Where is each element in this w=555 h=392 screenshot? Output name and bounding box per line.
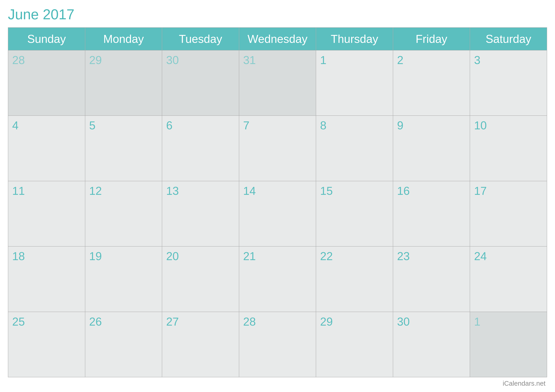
- day-number: 5: [89, 119, 95, 132]
- page-title: June 2017: [8, 6, 547, 23]
- calendar-cell[interactable]: 5: [85, 116, 162, 181]
- day-number: 28: [12, 54, 25, 66]
- calendar-cell[interactable]: 11: [8, 181, 85, 246]
- day-number: 30: [166, 54, 179, 66]
- day-number: 17: [474, 185, 487, 197]
- day-number: 7: [243, 119, 249, 132]
- calendar-cell[interactable]: 13: [162, 181, 239, 246]
- footer-text: iCalendars.net: [8, 380, 547, 387]
- calendar-row-1: 45678910: [8, 116, 547, 181]
- day-number: 25: [12, 315, 25, 328]
- day-number: 14: [243, 185, 256, 197]
- day-number: 9: [397, 119, 403, 132]
- day-number: 3: [474, 54, 480, 66]
- day-number: 16: [397, 185, 410, 197]
- calendar-cell[interactable]: 27: [162, 312, 239, 377]
- calendar-cell[interactable]: 9: [393, 116, 470, 181]
- day-number: 26: [89, 315, 102, 328]
- calendar-cell[interactable]: 26: [85, 312, 162, 377]
- day-number: 31: [243, 54, 256, 66]
- day-number: 11: [12, 185, 25, 197]
- day-number: 10: [474, 119, 487, 132]
- day-number: 1: [320, 54, 326, 66]
- calendar-cell[interactable]: 1: [470, 312, 547, 377]
- calendar-row-2: 11121314151617: [8, 181, 547, 246]
- header-sunday: Sunday: [8, 28, 85, 50]
- header-friday: Friday: [393, 28, 470, 50]
- calendar-cell[interactable]: 12: [85, 181, 162, 246]
- day-number: 15: [320, 185, 333, 197]
- calendar-cell[interactable]: 15: [316, 181, 393, 246]
- header-row: Sunday Monday Tuesday Wednesday Thursday…: [8, 28, 547, 50]
- calendar-cell[interactable]: 22: [316, 246, 393, 312]
- header-thursday: Thursday: [316, 28, 393, 50]
- day-number: 23: [397, 250, 410, 263]
- calendar-cell[interactable]: 14: [239, 181, 316, 246]
- calendar-cell[interactable]: 8: [316, 116, 393, 181]
- day-number: 18: [12, 250, 25, 263]
- calendar-row-0: 28293031123: [8, 50, 547, 116]
- header-monday: Monday: [85, 28, 162, 50]
- calendar-cell[interactable]: 29: [316, 312, 393, 377]
- calendar-cell[interactable]: 2: [393, 50, 470, 116]
- day-number: 20: [166, 250, 179, 263]
- calendar-cell[interactable]: 3: [470, 50, 547, 116]
- header-wednesday: Wednesday: [239, 28, 316, 50]
- calendar-cell[interactable]: 23: [393, 246, 470, 312]
- day-number: 13: [166, 185, 179, 197]
- calendar-cell[interactable]: 28: [8, 50, 85, 116]
- day-number: 30: [397, 315, 410, 328]
- day-number: 2: [397, 54, 403, 66]
- day-number: 1: [474, 315, 480, 328]
- calendar-cell[interactable]: 20: [162, 246, 239, 312]
- header-saturday: Saturday: [470, 28, 547, 50]
- day-number: 22: [320, 250, 333, 263]
- day-number: 28: [243, 315, 256, 328]
- day-number: 19: [89, 250, 102, 263]
- calendar-cell[interactable]: 29: [85, 50, 162, 116]
- calendar-wrapper: Sunday Monday Tuesday Wednesday Thursday…: [8, 27, 547, 377]
- calendar-cell[interactable]: 30: [393, 312, 470, 377]
- day-number: 29: [320, 315, 333, 328]
- day-number: 24: [474, 250, 487, 263]
- day-number: 29: [89, 54, 102, 66]
- calendar-cell[interactable]: 30: [162, 50, 239, 116]
- calendar-cell[interactable]: 24: [470, 246, 547, 312]
- calendar-row-4: 2526272829301: [8, 312, 547, 377]
- day-number: 4: [12, 119, 19, 132]
- day-number: 27: [166, 315, 179, 328]
- calendar-table: Sunday Monday Tuesday Wednesday Thursday…: [8, 27, 547, 377]
- day-number: 21: [243, 250, 256, 263]
- calendar-body: 2829303112345678910111213141516171819202…: [8, 50, 547, 377]
- calendar-cell[interactable]: 1: [316, 50, 393, 116]
- calendar-cell[interactable]: 18: [8, 246, 85, 312]
- calendar-row-3: 18192021222324: [8, 246, 547, 312]
- calendar-cell[interactable]: 28: [239, 312, 316, 377]
- calendar-cell[interactable]: 10: [470, 116, 547, 181]
- day-number: 12: [89, 185, 102, 197]
- calendar-cell[interactable]: 17: [470, 181, 547, 246]
- day-number: 8: [320, 119, 326, 132]
- day-number: 6: [166, 119, 172, 132]
- calendar-cell[interactable]: 7: [239, 116, 316, 181]
- calendar-cell[interactable]: 25: [8, 312, 85, 377]
- calendar-cell[interactable]: 31: [239, 50, 316, 116]
- calendar-cell[interactable]: 4: [8, 116, 85, 181]
- calendar-cell[interactable]: 21: [239, 246, 316, 312]
- calendar-cell[interactable]: 6: [162, 116, 239, 181]
- header-tuesday: Tuesday: [162, 28, 239, 50]
- calendar-cell[interactable]: 16: [393, 181, 470, 246]
- calendar-cell[interactable]: 19: [85, 246, 162, 312]
